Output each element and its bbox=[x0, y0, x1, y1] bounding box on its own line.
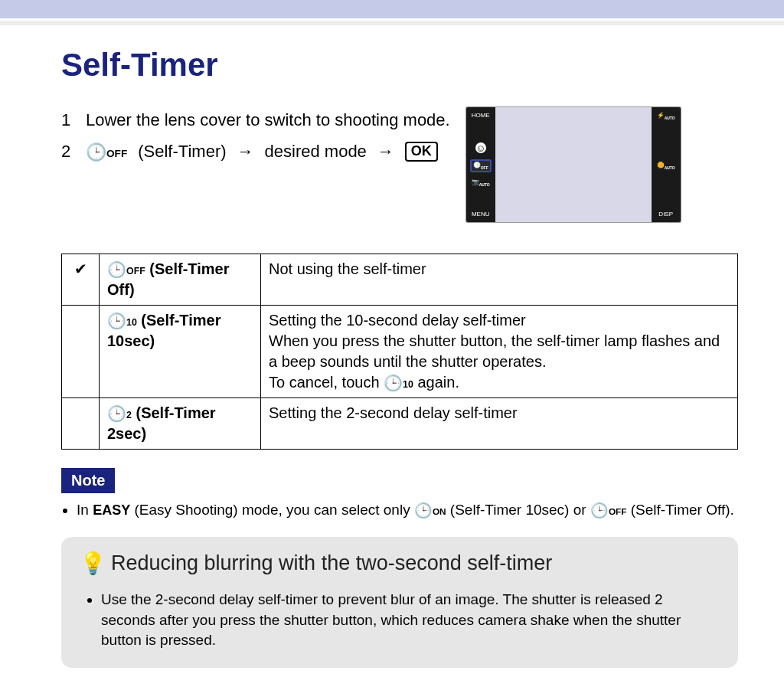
steps-text: 1 Lower the lens cover to switch to shoo… bbox=[61, 106, 450, 169]
arrow-icon: → bbox=[237, 138, 254, 165]
mode-desc-cell: Setting the 2-second delay self-timer bbox=[261, 398, 738, 450]
self-timer-highlight-icon: 🕒OFF bbox=[470, 159, 492, 172]
menu-label: MENU bbox=[472, 211, 490, 218]
self-timer-on-icon: 🕒ON bbox=[414, 501, 446, 519]
desc-line-part: again. bbox=[413, 374, 459, 391]
mode-desc-cell: Not using the self-timer bbox=[261, 254, 738, 306]
table-row: 🕒10 (Self-Timer 10sec) Setting the 10-se… bbox=[62, 306, 738, 398]
modes-table: ✔ 🕒OFF (Self-Timer Off) Not using the se… bbox=[61, 254, 738, 450]
lightbulb-icon: 💡 bbox=[80, 551, 106, 576]
mode-desc-cell: Setting the 10-second delay self-timer W… bbox=[261, 306, 738, 398]
tip-title-text: Reducing blurring with the two-second se… bbox=[111, 551, 552, 575]
self-timer-off-icon: 🕒OFF bbox=[86, 138, 127, 165]
steps-area: 1 Lower the lens cover to switch to shoo… bbox=[61, 106, 738, 223]
screen-left-column: HOME ☺ 🕒OFF 📷AUTO MENU bbox=[466, 107, 495, 222]
disp-label: DISP bbox=[658, 211, 673, 218]
ok-button-graphic: OK bbox=[405, 142, 438, 162]
check-cell bbox=[62, 398, 100, 450]
check-cell: ✔ bbox=[62, 254, 100, 306]
self-timer-2-icon: 🕒2 bbox=[107, 403, 132, 424]
smile-icon: ☺ bbox=[475, 142, 486, 153]
easy-mode-label: EASY bbox=[93, 502, 130, 518]
camera-screen-diagram: HOME ☺ 🕒OFF 📷AUTO MENU ⚡AUTO 🌼AUTO DISP bbox=[466, 106, 681, 223]
arrow-icon: → bbox=[377, 138, 394, 165]
step-2-mid: desired mode bbox=[265, 138, 367, 165]
tip-list: Use the 2-second delay self-timer to pre… bbox=[80, 590, 720, 651]
flash-auto-icon: ⚡AUTO bbox=[657, 112, 675, 120]
mode-name-cell: 🕒2 (Self-Timer 2sec) bbox=[100, 398, 261, 450]
self-timer-off-icon: 🕒OFF bbox=[590, 501, 627, 519]
page-title: Self-Timer bbox=[61, 47, 738, 83]
home-label: HOME bbox=[472, 112, 490, 119]
mode-name-cell: 🕒10 (Self-Timer 10sec) bbox=[100, 306, 261, 398]
tip-box: 💡 Reducing blurring with the two-second … bbox=[61, 537, 738, 668]
screen-right-column: ⚡AUTO 🌼AUTO DISP bbox=[652, 107, 681, 222]
tip-item: Use the 2-second delay self-timer to pre… bbox=[101, 590, 720, 651]
step-2-number: 2 bbox=[61, 138, 75, 165]
auto-mode-icon: 📷AUTO bbox=[472, 178, 490, 187]
desc-line: When you press the shutter button, the s… bbox=[269, 332, 720, 370]
mode-name-cell: 🕒OFF (Self-Timer Off) bbox=[100, 254, 261, 306]
note-list: In EASY (Easy Shooting) mode, you can se… bbox=[61, 501, 738, 519]
desc-line: Setting the 10-second delay self-timer bbox=[269, 312, 526, 329]
note-badge: Note bbox=[61, 468, 115, 493]
page-content: Self-Timer 1 Lower the lens cover to swi… bbox=[0, 25, 784, 687]
self-timer-off-icon: 🕒OFF bbox=[107, 259, 145, 280]
table-row: 🕒2 (Self-Timer 2sec) Setting the 2-secon… bbox=[62, 398, 738, 450]
tip-title: 💡 Reducing blurring with the two-second … bbox=[80, 551, 720, 576]
step-1: 1 Lower the lens cover to switch to shoo… bbox=[61, 106, 450, 133]
self-timer-10-icon: 🕒10 bbox=[107, 310, 137, 331]
self-timer-10-icon: 🕒10 bbox=[384, 372, 413, 393]
note-item: In EASY (Easy Shooting) mode, you can se… bbox=[77, 501, 738, 519]
desc-line-part: To cancel, touch bbox=[269, 374, 384, 391]
table-row: ✔ 🕒OFF (Self-Timer Off) Not using the se… bbox=[62, 254, 738, 306]
macro-auto-icon: 🌼AUTO bbox=[657, 162, 675, 170]
step-1-text: Lower the lens cover to switch to shooti… bbox=[86, 106, 450, 133]
step-2: 2 🕒OFF (Self-Timer) → desired mode → OK bbox=[61, 138, 450, 165]
step-2-label: (Self-Timer) bbox=[138, 138, 226, 165]
check-cell bbox=[62, 306, 100, 398]
top-accent-bar bbox=[0, 0, 784, 21]
step-1-number: 1 bbox=[61, 106, 75, 133]
